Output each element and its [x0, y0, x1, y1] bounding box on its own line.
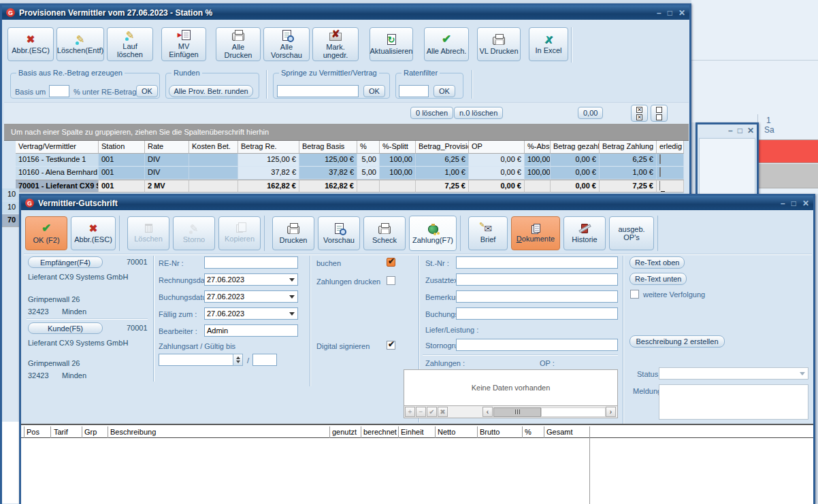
group-by-bar[interactable]: Um nach einer Spalte zu gruppieren, zieh… — [4, 124, 689, 141]
basis-ok-button[interactable]: OK — [136, 85, 158, 97]
column-header[interactable]: Betrag Basis — [299, 141, 357, 154]
loeschen-button[interactable]: Löschen — [127, 216, 169, 250]
gueltig-bis-input[interactable] — [252, 354, 277, 366]
column-header[interactable]: Kosten Bet. — [189, 141, 238, 154]
zahlungsart-spinner[interactable] — [233, 354, 243, 366]
maximize-icon[interactable]: □ — [791, 199, 796, 207]
grid-row[interactable]: 10160 - Alena Bernhard 001 DIV 37,82 € 3… — [16, 167, 684, 180]
ok-f2-button[interactable]: OK (F2) — [25, 216, 67, 250]
vorschau-button[interactable]: Vorschau — [318, 216, 360, 250]
maximize-icon[interactable]: □ — [738, 127, 742, 135]
close-icon[interactable]: ✕ — [747, 127, 754, 135]
re-nr-input[interactable] — [204, 256, 298, 269]
erledigt-checkbox-indeterminate[interactable] — [659, 181, 681, 192]
close-icon[interactable]: ✕ — [678, 9, 685, 17]
column-header[interactable]: Betrag Re. — [238, 141, 299, 154]
gutschrift-titlebar[interactable]: G Vermittler-Gutschrift – □ ✕ — [21, 196, 813, 210]
ratenfilter-ok-button[interactable]: OK — [433, 85, 455, 97]
grid-row[interactable]: 10156 - Testkunde 1 001 DIV 125,00 € 125… — [16, 154, 684, 167]
faellig-combo[interactable]: 27.06.2023 — [204, 307, 298, 320]
loeschen-entf-button[interactable]: Löschen(Entf) — [56, 27, 104, 61]
confirm-row-button[interactable]: ✔ — [427, 407, 437, 417]
drucken-button[interactable]: Drucken — [272, 216, 314, 250]
vl-drucken-button[interactable]: VL Drucken — [477, 27, 521, 61]
stornogrund-input[interactable] — [456, 339, 618, 351]
ratenfilter-input[interactable] — [399, 85, 429, 97]
minimize-icon[interactable]: – — [781, 199, 785, 207]
alle-abrech-button[interactable]: Alle Abrech. — [424, 27, 469, 61]
deselect-all-marks-button[interactable] — [651, 105, 668, 122]
re-text-unten-button[interactable]: Re-Text unten — [629, 273, 687, 285]
clear-zero-button[interactable]: 0 löschen — [410, 107, 453, 119]
zahlungsart-combo[interactable] — [159, 354, 233, 366]
beschreibung2-button[interactable]: Beschreibung 2 erstellen — [629, 335, 725, 348]
meldung-textarea[interactable] — [659, 384, 808, 420]
mv-einfuegen-button[interactable]: MV Einfügen — [161, 27, 206, 61]
buchungsdatum-combo[interactable]: 27.06.2023 — [204, 290, 298, 303]
scroll-left-button[interactable]: ‹ — [482, 407, 493, 417]
scrollbar-thumb[interactable] — [493, 407, 541, 417]
storno-button[interactable]: Storno — [173, 216, 215, 250]
empfaenger-f4-button[interactable]: Empfänger(F4) — [28, 256, 103, 268]
rechnungsdatum-combo[interactable]: 27.06.2023 — [204, 273, 298, 286]
kunde-f5-button[interactable]: Kunde(F5) — [28, 322, 103, 334]
bearbeiter-input[interactable]: Admin — [204, 324, 298, 337]
erledigt-checkbox[interactable] — [659, 167, 661, 177]
status-combo[interactable] — [659, 367, 808, 380]
column-header[interactable]: Pos — [27, 428, 39, 436]
column-header[interactable]: Gesamt — [546, 428, 573, 436]
ausgeb-ops-button[interactable]: ausgeb. OP's — [609, 216, 654, 250]
column-header[interactable]: Betrag_Provisio — [416, 141, 469, 154]
select-all-marks-button[interactable] — [631, 105, 648, 122]
historie-button[interactable]: Historie — [563, 216, 606, 250]
column-header[interactable]: OP — [469, 141, 525, 154]
minimize-icon[interactable]: – — [657, 9, 661, 17]
column-header[interactable]: Brutto — [480, 428, 500, 436]
basis-percent-input[interactable] — [49, 85, 69, 97]
alle-drucken-button[interactable]: Alle Drucken — [216, 27, 261, 61]
zusatztext-input[interactable] — [456, 273, 618, 286]
bemerkung-input[interactable] — [456, 290, 618, 303]
zahlung-f7-button[interactable]: Zahlung(F7) — [409, 216, 457, 251]
alle-vorschau-button[interactable]: Alle Vorschau — [263, 27, 310, 61]
column-header[interactable]: Netto — [438, 428, 455, 436]
scroll-right-button[interactable]: › — [606, 407, 616, 417]
buchen-checkbox[interactable] — [387, 258, 395, 267]
zahlungen-empty-grid[interactable]: Keine Daten vorhanden — [404, 369, 618, 406]
grid-row-stub[interactable]: 10 — [2, 201, 19, 214]
abrechnung-titlebar[interactable]: – □ ✕ — [698, 124, 757, 137]
column-header[interactable]: Station — [99, 141, 145, 154]
add-row-button[interactable]: + — [405, 407, 415, 417]
abbr-esc-button[interactable]: Abbr.(ESC) — [7, 27, 54, 61]
grid-row-stub[interactable]: 10 — [2, 188, 19, 201]
in-excel-button[interactable]: In Excel — [529, 27, 568, 61]
scrollbar-track[interactable] — [541, 407, 606, 417]
brief-button[interactable]: Brief — [468, 216, 508, 250]
buchungstext-input[interactable] — [456, 307, 618, 320]
column-header[interactable]: % — [357, 141, 380, 154]
column-header[interactable]: Tarif — [54, 428, 68, 436]
amount-field[interactable]: 0,00 — [578, 107, 603, 119]
column-header[interactable]: % — [525, 428, 531, 436]
column-header[interactable]: Betrag Zahlung — [600, 141, 657, 154]
column-header[interactable]: Vertrag/Vermittler — [16, 141, 99, 154]
column-header[interactable]: Rate — [145, 141, 189, 154]
dokumente-button[interactable]: DDokumenteokumente — [511, 216, 560, 250]
springe-input[interactable] — [277, 85, 359, 97]
column-header[interactable]: genutzt — [332, 428, 357, 436]
erledigt-checkbox[interactable] — [659, 154, 661, 164]
abbr-esc-button[interactable]: Abbr.(ESC) — [71, 216, 116, 250]
aktualisieren-button[interactable]: Aktualisieren — [370, 27, 413, 61]
column-header[interactable]: Beschreibung — [110, 428, 156, 436]
st-nr-input[interactable] — [456, 256, 618, 269]
runden-alle-button[interactable]: Alle Prov. Betr. runden — [169, 85, 253, 97]
springe-ok-button[interactable]: OK — [363, 85, 385, 97]
kopieren-button[interactable]: Kopieren — [218, 216, 261, 250]
column-header[interactable]: Einheit — [401, 428, 424, 436]
re-text-oben-button[interactable]: Re-Text oben — [629, 256, 685, 269]
lauf-loeschen-button[interactable]: Lauf löschen — [107, 27, 153, 61]
scheck-button[interactable]: Scheck — [363, 216, 406, 250]
cancel-row-button[interactable]: ✖ — [438, 407, 448, 417]
zahlungen-drucken-checkbox[interactable] — [387, 276, 395, 285]
grid-row-stub-selected[interactable]: 70 — [2, 214, 19, 227]
